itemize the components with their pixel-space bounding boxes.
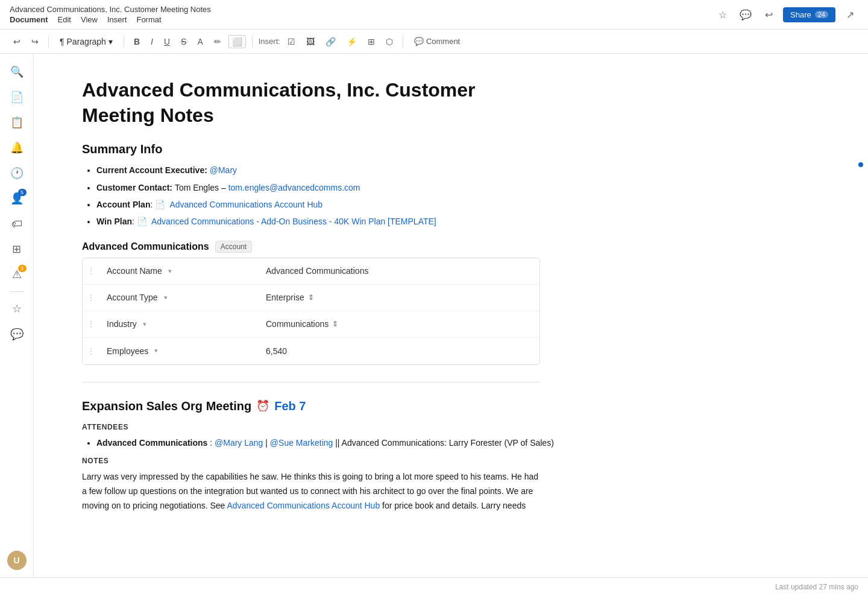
table-row-industry: ⋮ Industry ▾ Communications ⇕ — [83, 311, 539, 338]
color-button[interactable]: ✏ — [210, 35, 225, 48]
top-bar-right: ☆ 💬 ↩ Share 24 ↗ — [714, 6, 858, 23]
font-size-button[interactable]: A — [193, 35, 206, 48]
italic-button[interactable]: I — [147, 35, 157, 48]
user-badge: 5 — [18, 189, 27, 196]
chevron-name[interactable]: ▾ — [168, 267, 172, 275]
sidebar-user[interactable]: 👤 5 — [6, 188, 28, 209]
menu-document[interactable]: Document — [10, 15, 48, 24]
executive-link[interactable]: @Mary — [210, 165, 237, 175]
chevron-industry[interactable]: ▾ — [143, 320, 146, 328]
bullet-win-plan: Win Plan: 📄 Advanced Communications - Ad… — [96, 215, 820, 228]
win-plan-colon: : — [132, 217, 137, 226]
comments-icon[interactable]: 💬 — [737, 6, 754, 23]
toolbar: ↩ ↪ ¶ Paragraph ▾ B I U S A ✏ ⬜ Insert: … — [0, 30, 868, 54]
menu-bar: Document Edit View Insert Format — [10, 15, 211, 24]
bullet-account-plan: Account Plan: 📄 Advanced Communications … — [96, 198, 820, 211]
table-row-account-name: ⋮ Account Name ▾ Advanced Communications — [83, 258, 539, 285]
sidebar-grid[interactable]: ⊞ — [6, 238, 28, 260]
doc-main-title: Advanced Communications, Inc. Customer M… — [82, 78, 540, 128]
sidebar: 🔍 📄 📋 🔔 🕐 👤 5 🏷 ⊞ ⚠ 3 ☆ 💬 U — [0, 54, 34, 577]
drag-handle-type[interactable]: ⋮ — [83, 293, 99, 302]
menu-insert[interactable]: Insert — [107, 15, 127, 24]
table-insert-button[interactable]: ⊞ — [364, 35, 379, 48]
summary-list: Current Account Executive: @Mary Custome… — [82, 163, 820, 229]
notes-account-hub-link[interactable]: Advanced Communications Account Hub — [227, 501, 380, 510]
menu-edit[interactable]: Edit — [58, 15, 71, 24]
last-updated: Last updated 27 mins ago — [775, 583, 858, 591]
checkbox-button[interactable]: ☑ — [284, 35, 299, 48]
share-button[interactable]: Share 24 — [783, 7, 835, 22]
contact-name: Tom Engles – — [175, 183, 228, 192]
bolt-button[interactable]: ⚡ — [343, 35, 360, 48]
chevron-employees[interactable]: ▾ — [154, 347, 158, 355]
picker-industry[interactable]: ⇕ — [332, 320, 338, 328]
document-title: Advanced Communications, Inc. Customer M… — [10, 5, 211, 14]
field-value-account-type[interactable]: Enterprise ⇕ — [256, 287, 539, 308]
sidebar-tag[interactable]: 🏷 — [6, 213, 28, 235]
paragraph-chevron: ▾ — [108, 37, 113, 46]
external-link-icon[interactable]: ↗ — [841, 6, 858, 23]
status-bar: Last updated 27 mins ago — [0, 577, 868, 596]
menu-format[interactable]: Format — [136, 15, 161, 24]
toolbar-sep-1 — [48, 36, 49, 48]
bold-button[interactable]: B — [130, 35, 143, 48]
expand-button[interactable]: ⬡ — [382, 35, 397, 48]
account-type-value: Enterprise — [266, 293, 304, 302]
attendees-list: Advanced Communications : @Mary Lang | @… — [82, 436, 820, 449]
chevron-type[interactable]: ▾ — [164, 294, 168, 302]
field-value-account-name: Advanced Communications — [256, 260, 539, 282]
redo-button[interactable]: ↪ — [28, 35, 42, 48]
account-badge[interactable]: Account — [215, 241, 252, 253]
field-value-industry[interactable]: Communications ⇕ — [256, 313, 539, 335]
sidebar-table[interactable]: 📋 — [6, 112, 28, 133]
employees-value: 6,540 — [266, 346, 287, 356]
sidebar-star[interactable]: ☆ — [6, 298, 28, 320]
contact-email[interactable]: tom.engles@advancedcomms.com — [228, 183, 360, 192]
top-bar: Advanced Communications, Inc. Customer M… — [0, 0, 868, 30]
insert-label: Insert: — [259, 37, 280, 46]
attendee-mary[interactable]: @Mary Lang — [215, 438, 263, 448]
field-label-account-type: Account Type ▾ — [99, 287, 256, 308]
drag-handle-name[interactable]: ⋮ — [83, 267, 99, 275]
menu-view[interactable]: View — [81, 15, 98, 24]
image-button[interactable]: ⬜ — [228, 35, 246, 48]
account-table: ⋮ Account Name ▾ Advanced Communications… — [82, 258, 540, 365]
drag-handle-employees[interactable]: ⋮ — [83, 347, 99, 355]
sidebar-pages[interactable]: 📄 — [6, 86, 28, 108]
field-label-industry: Industry ▾ — [99, 313, 256, 335]
content-area: Advanced Communications, Inc. Customer M… — [34, 54, 868, 577]
attendee-sue[interactable]: @Sue Marketing — [270, 438, 333, 448]
executive-label: Current Account Executive: — [96, 165, 210, 175]
meeting-heading: Expansion Sales Org Meeting ⏰ Feb 7 — [82, 399, 820, 413]
attendees-heading: ATTENDEES — [82, 423, 820, 431]
account-type-text: Account Type — [107, 293, 158, 302]
share-count: 24 — [815, 11, 828, 18]
sidebar-bell[interactable]: 🔔 — [6, 137, 28, 159]
strikethrough-button[interactable]: S — [177, 35, 190, 48]
win-plan-link[interactable]: Advanced Communications - Add-On Busines… — [151, 217, 436, 226]
photo-button[interactable]: 🖼 — [303, 35, 318, 48]
star-icon[interactable]: ☆ — [714, 6, 731, 23]
back-icon[interactable]: ↩ — [760, 6, 777, 23]
picker-type[interactable]: ⇕ — [308, 293, 314, 302]
account-plan-label: Account Plan — [96, 200, 150, 209]
contact-label: Customer Contact: — [96, 183, 175, 192]
account-block-header: Advanced Communications Account — [82, 241, 540, 253]
drag-handle-industry[interactable]: ⋮ — [83, 320, 99, 328]
paragraph-select[interactable]: ¶ Paragraph ▾ — [55, 35, 118, 48]
sidebar-search[interactable]: 🔍 — [6, 61, 28, 83]
user-avatar[interactable]: U — [7, 551, 27, 570]
underline-button[interactable]: U — [160, 35, 174, 48]
link-button[interactable]: 🔗 — [322, 35, 339, 48]
sidebar-chat[interactable]: 💬 — [6, 323, 28, 345]
comment-button[interactable]: 💬 Comment — [409, 35, 465, 48]
notes-continuation: for price book and details. Larry needs — [382, 501, 526, 510]
toolbar-sep-3 — [252, 36, 253, 48]
account-plan-link[interactable]: Advanced Communications Account Hub — [169, 200, 322, 209]
table-row-account-type: ⋮ Account Type ▾ Enterprise ⇕ — [83, 285, 539, 311]
meeting-title: Expansion Sales Org Meeting — [82, 399, 251, 413]
undo-button[interactable]: ↩ — [10, 35, 24, 48]
paragraph-text: Paragraph — [67, 37, 106, 46]
sidebar-clock[interactable]: 🕐 — [6, 162, 28, 184]
sidebar-warning[interactable]: ⚠ 3 — [6, 264, 28, 285]
